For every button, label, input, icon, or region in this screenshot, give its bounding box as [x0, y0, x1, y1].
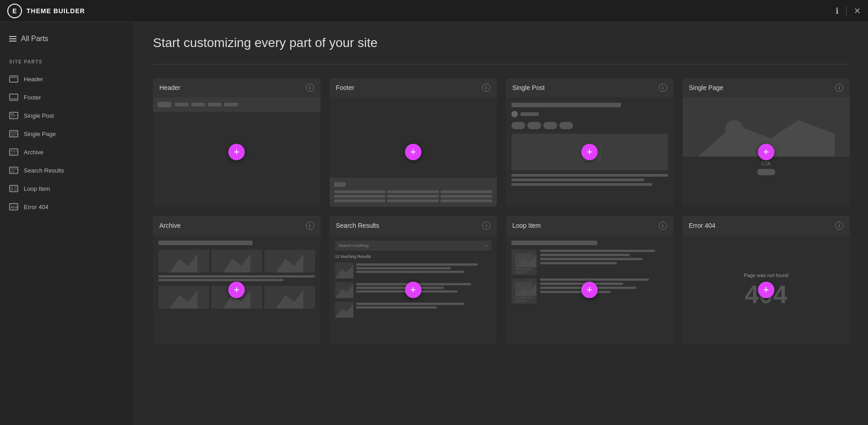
card-header-bar: Single Page i	[683, 78, 850, 97]
card-header[interactable]: Header i	[153, 78, 321, 207]
footer-info-icon[interactable]: i	[482, 84, 490, 92]
preview-loop-title	[511, 241, 597, 245]
preview-post-author	[511, 111, 668, 117]
card-header-bar: Error 404 i	[683, 216, 850, 235]
filter-icon	[9, 36, 16, 42]
loop-item-info-icon[interactable]: i	[659, 221, 667, 230]
preview-header-bar	[153, 97, 321, 112]
parts-grid: Header i	[153, 78, 850, 345]
svg-rect-23	[11, 186, 13, 191]
preview-author-avatar	[511, 111, 518, 117]
card-header-bar: Search Results i	[330, 216, 497, 235]
sidebar-item-label: Archive	[24, 149, 43, 156]
preview-footer-lines	[334, 190, 493, 202]
sidebar-item-single-post[interactable]: Single Post	[0, 106, 134, 125]
sidebar-all-parts[interactable]: All Parts	[0, 31, 134, 47]
card-loop-item[interactable]: Loop Item i	[506, 216, 673, 345]
page-title: Start customizing every part of your sit…	[153, 36, 850, 50]
topbar-logo: E	[7, 4, 22, 18]
card-title-search-results: Search Results	[336, 222, 379, 229]
archive-add-button[interactable]: +	[228, 282, 245, 298]
svg-rect-25	[14, 188, 17, 189]
svg-rect-17	[13, 153, 15, 154]
sidebar-item-search-results[interactable]: Search Results	[0, 161, 134, 179]
svg-rect-11	[11, 136, 15, 136]
single-page-add-button[interactable]: +	[758, 144, 774, 160]
single-post-add-button[interactable]: +	[581, 144, 598, 160]
sidebar-item-footer[interactable]: Footer	[0, 88, 134, 106]
preview-logo	[158, 102, 171, 107]
topbar-title: THEME BUILDER	[26, 7, 85, 15]
preview-footer-logo	[334, 182, 346, 187]
card-single-post[interactable]: Single Post i	[506, 78, 673, 207]
svg-rect-3	[10, 98, 18, 100]
preview-page-cta: CTA	[683, 157, 850, 182]
card-title-footer: Footer	[336, 84, 354, 91]
card-preview-loop-item: +	[506, 235, 673, 345]
content-divider	[153, 64, 850, 64]
preview-result-item	[335, 302, 492, 318]
cta-label: CTA	[687, 161, 846, 166]
cta-btn	[757, 169, 775, 175]
error-404-add-button[interactable]: +	[758, 282, 774, 298]
svg-rect-24	[14, 186, 17, 187]
preview-nav-line	[208, 103, 221, 106]
search-results-icon	[9, 166, 18, 175]
svg-rect-13	[11, 150, 12, 152]
card-title-header: Header	[159, 84, 180, 91]
topbar: E THEME BUILDER ℹ ✕	[0, 0, 868, 22]
preview-archive-title	[158, 241, 253, 245]
footer-add-button[interactable]: +	[405, 144, 421, 160]
sidebar-item-loop-item[interactable]: Loop Item	[0, 179, 134, 198]
card-preview-single-post: +	[506, 97, 673, 207]
card-search-results[interactable]: Search Results i Search Anything ○ 12 Ma…	[330, 216, 497, 345]
preview-post-title	[511, 103, 621, 107]
card-title-loop-item: Loop Item	[512, 222, 541, 229]
svg-rect-6	[11, 115, 17, 116]
sidebar-item-label: Footer	[24, 94, 41, 101]
preview-results-label: 12 Maching Results	[335, 254, 492, 259]
info-icon[interactable]: ℹ	[836, 6, 839, 16]
sidebar-item-header[interactable]: Header	[0, 70, 134, 88]
archive-info-icon[interactable]: i	[306, 221, 314, 230]
card-footer[interactable]: Footer i	[330, 78, 497, 207]
all-parts-label: All Parts	[21, 35, 48, 43]
preview-search-icon: ○	[485, 243, 488, 248]
svg-rect-26	[14, 190, 17, 191]
preview-nav-line	[224, 103, 238, 106]
close-icon[interactable]: ✕	[854, 6, 861, 16]
sidebar-section-label: SITE PARTS	[0, 56, 134, 70]
topbar-divider	[846, 6, 847, 16]
search-results-info-icon[interactable]: i	[482, 221, 490, 230]
preview-result-item	[335, 262, 492, 278]
header-add-button[interactable]: +	[228, 144, 245, 160]
preview-nav-line	[175, 103, 189, 106]
sidebar-item-archive[interactable]: Archive	[0, 143, 134, 161]
card-preview-header: +	[153, 97, 321, 207]
sidebar-item-single-page[interactable]: Single Page	[0, 125, 134, 143]
card-preview-footer: +	[330, 97, 497, 207]
card-archive[interactable]: Archive i	[153, 216, 321, 345]
single-post-info-icon[interactable]: i	[659, 84, 667, 92]
search-results-add-button[interactable]: +	[405, 282, 421, 298]
sidebar-item-error-404[interactable]: 404 Error 404	[0, 198, 134, 216]
sidebar-item-label: Single Page	[24, 131, 56, 137]
card-error-404[interactable]: Error 404 i Page was not found 404 +	[683, 216, 850, 345]
svg-rect-10	[11, 134, 17, 135]
card-preview-search-results: Search Anything ○ 12 Maching Results	[330, 235, 497, 345]
main-layout: All Parts SITE PARTS Header Footer	[0, 22, 868, 425]
error-404-info-icon[interactable]: i	[835, 221, 843, 230]
error-404-icon: 404	[9, 202, 18, 211]
svg-rect-9	[11, 131, 17, 134]
card-title-single-page: Single Page	[689, 84, 724, 91]
single-page-info-icon[interactable]: i	[835, 84, 843, 92]
loop-item-add-button[interactable]: +	[581, 282, 598, 298]
svg-rect-57	[515, 271, 526, 273]
content-area: Start customizing every part of your sit…	[135, 22, 868, 425]
preview-archive-content	[153, 235, 321, 314]
header-info-icon[interactable]: i	[306, 84, 314, 92]
sidebar-item-label: Header	[24, 76, 43, 83]
card-single-page[interactable]: Single Page i	[683, 78, 850, 207]
preview-author-name	[521, 112, 539, 116]
svg-rect-19	[11, 168, 17, 170]
